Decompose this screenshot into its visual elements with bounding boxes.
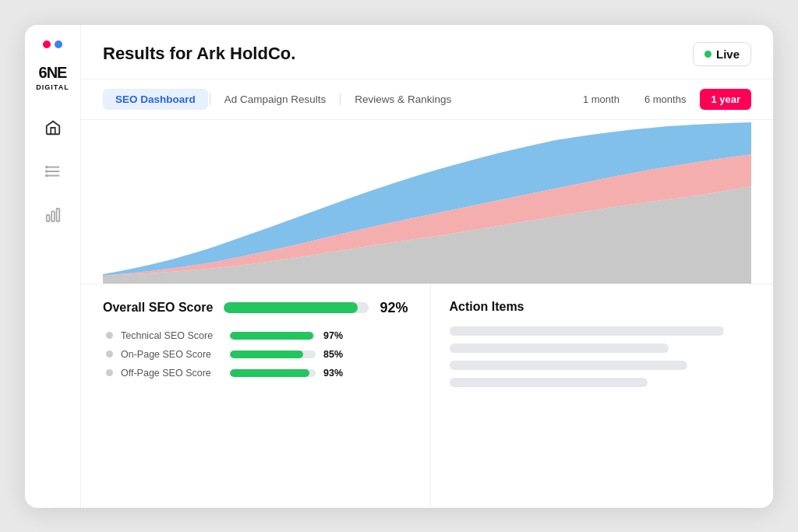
sub-dot-technical [106, 332, 113, 339]
action-line-1 [450, 326, 724, 336]
svg-rect-6 [46, 215, 49, 221]
overall-seo-label: Overall SEO Score [103, 301, 213, 315]
page-title: Results for Ark HoldCo. [103, 44, 295, 64]
tab-ad-campaign[interactable]: Ad Campaign Results [212, 89, 339, 110]
technical-fill [230, 332, 313, 340]
sidebar: 6NEDIGITAL [25, 25, 81, 508]
chart-area [81, 120, 773, 284]
technical-label: Technical SEO Score [121, 330, 222, 341]
sub-dot-onpage [106, 351, 113, 358]
technical-value: 97% [323, 330, 343, 341]
action-items-title: Action Items [450, 300, 755, 314]
offpage-value: 93% [323, 368, 343, 379]
list-icon[interactable] [42, 160, 64, 182]
action-items-list [450, 326, 755, 387]
tab-reviews[interactable]: Reviews & Rankings [342, 89, 464, 110]
sub-score-technical: Technical SEO Score 97% [106, 330, 408, 341]
action-line-4 [450, 378, 648, 387]
area-chart [103, 120, 751, 284]
sidebar-nav [42, 117, 64, 226]
tab-divider-1 [210, 93, 210, 105]
action-line-3 [450, 361, 687, 370]
sub-score-offpage: Off-Page SEO Score 93% [106, 368, 408, 379]
bottom-section: Overall SEO Score 92% Technical SEO Scor… [81, 284, 773, 508]
offpage-fill [230, 369, 309, 377]
svg-rect-7 [51, 211, 55, 221]
chart-bar-icon[interactable] [42, 204, 64, 226]
svg-rect-8 [56, 209, 59, 222]
onpage-label: On-Page SEO Score [121, 349, 222, 360]
action-items-panel: Action Items [431, 284, 774, 508]
filter-1-year[interactable]: 1 year [700, 89, 751, 110]
offpage-bar [230, 369, 316, 377]
filter-6-months[interactable]: 6 months [634, 89, 697, 110]
overall-score-fill [224, 302, 357, 313]
time-filter-group: 1 month 6 months 1 year [572, 89, 751, 110]
tab-seo-dashboard[interactable]: SEO Dashboard [103, 89, 208, 110]
tab-divider-2 [340, 93, 341, 105]
sub-score-onpage: On-Page SEO Score 85% [106, 349, 408, 360]
main-content: Results for Ark HoldCo. Live SEO Dashboa… [81, 25, 773, 508]
brand-logo: 6NEDIGITAL [36, 64, 69, 92]
blue-dot [55, 41, 62, 48]
home-icon[interactable] [42, 117, 64, 139]
svg-point-4 [45, 171, 47, 172]
live-label: Live [716, 48, 740, 61]
window-controls [43, 41, 62, 48]
filter-1-month[interactable]: 1 month [572, 89, 630, 110]
sub-scores-list: Technical SEO Score 97% On-Page SEO Scor… [103, 330, 408, 379]
onpage-value: 85% [323, 349, 343, 360]
onpage-fill [230, 351, 303, 358]
red-dot [43, 41, 51, 48]
overall-score-bar [224, 302, 369, 313]
live-dot [704, 51, 711, 58]
tabs-row: SEO Dashboard Ad Campaign Results Review… [81, 79, 773, 120]
onpage-bar [230, 351, 316, 358]
sub-dot-offpage [106, 369, 113, 376]
svg-point-3 [45, 166, 47, 167]
page-header: Results for Ark HoldCo. Live [81, 25, 773, 79]
technical-bar [230, 332, 316, 340]
offpage-label: Off-Page SEO Score [121, 368, 222, 379]
tab-group: SEO Dashboard Ad Campaign Results Review… [103, 89, 464, 110]
overall-score-row: Overall SEO Score 92% [103, 300, 408, 316]
action-line-2 [450, 344, 669, 353]
live-badge: Live [693, 42, 751, 66]
app-window: 6NEDIGITAL [25, 25, 773, 508]
svg-point-5 [45, 174, 47, 176]
seo-score-panel: Overall SEO Score 92% Technical SEO Scor… [81, 284, 431, 508]
overall-score-value: 92% [380, 300, 408, 316]
